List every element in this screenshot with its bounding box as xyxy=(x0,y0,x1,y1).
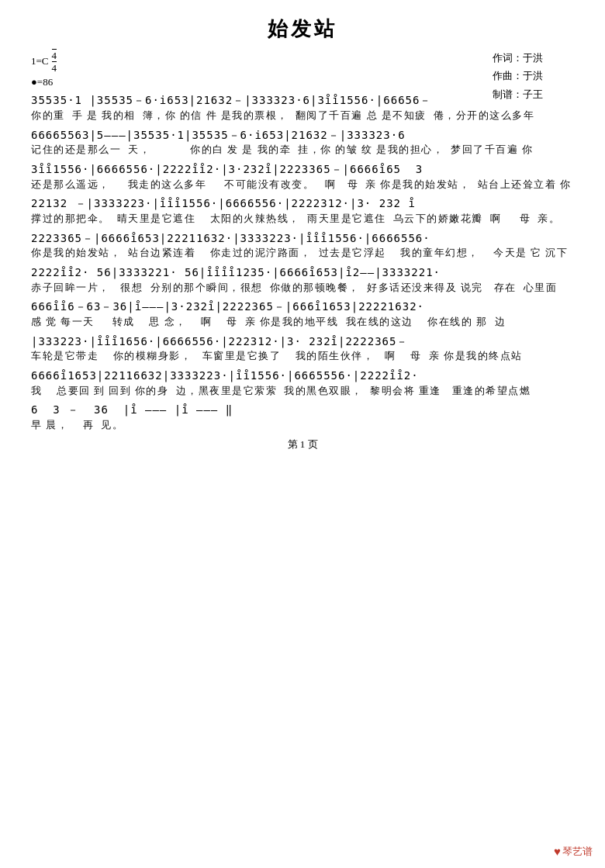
lyrics-by: 作词：于洪 xyxy=(493,49,543,67)
lyric-line-2: 记住的还是那么一 天， 你的白 发 是 我的牵 挂，你 的皱 纹 是我的担心， … xyxy=(31,143,574,157)
arranged-by: 制谱：子王 xyxy=(493,85,543,103)
song-meta-right: 作词：于洪 作曲：于洪 制谱：子王 xyxy=(493,49,543,103)
music-content: 35535·1 |35535－6·i653|21632－|333323·6|3i… xyxy=(31,93,574,432)
brand-name: 琴艺谱 xyxy=(562,845,593,859)
lyric-line-4: 撑过的那把伞。 晴天里是它遮住 太阳的火辣热线， 雨天里是它遮住 乌云下的娇嫩花… xyxy=(31,212,574,227)
page-footer: 第 1 页 xyxy=(31,437,574,451)
notation-line-2: 66665563|5———|35535·1|35535－6·i653|21632… xyxy=(31,128,574,144)
time-signature: 4 4 xyxy=(52,49,57,74)
music-row-3: 3i̊i̊1556·|6666556·|2222i̊i̊2·|3·232i̊|2… xyxy=(31,162,574,192)
lyric-line-1: 你的重 手 是 我的相 簿，你 的信 件 是我的票根， 翻阅了千百遍 总 是不知… xyxy=(31,109,574,123)
music-row-10: 6 3 － 36 |i̊ ——— |i̊ ——— ‖早 晨， 再 见。 xyxy=(31,403,574,432)
music-row-5: 2223365－|6666i̊653|22211632·|3333223·|i̊… xyxy=(31,231,574,261)
notation-line-9: 6666i̊1653|22116632|3333223·|i̊i̊1556·|6… xyxy=(31,368,574,384)
sheet-music-page: 始发站 1=C 4 4 ●=86 作词：于洪 作曲：于洪 制谱：子王 35535… xyxy=(31,16,574,451)
lyric-line-3: 还是那么遥远， 我走的这么多年 不可能没有改变。 啊 母 亲 你是我的始发站， … xyxy=(31,178,574,192)
notation-line-8: |333223·|i̊i̊i̊1656·|6666556·|222312·|3·… xyxy=(31,334,574,350)
brand-logo: ♥ 琴艺谱 xyxy=(554,845,593,859)
music-row-6: 2222i̊i̊2· 56|3333221· 56|i̊i̊i̊i̊1235·|… xyxy=(31,265,574,295)
notation-line-7: 666i̊i̊6－63－36|i̊———|3·232i̊|2222365－|66… xyxy=(31,299,574,315)
notation-line-3: 3i̊i̊1556·|6666556·|2222i̊i̊2·|3·232i̊|2… xyxy=(31,162,574,178)
song-title: 始发站 xyxy=(31,16,574,43)
lyric-line-6: 赤子回眸一片， 很想 分别的那个瞬间，很想 你做的那顿晚餐， 好多话还没来得及 … xyxy=(31,281,574,296)
notation-line-5: 2223365－|6666i̊653|22211632·|3333223·|i̊… xyxy=(31,231,574,247)
lyric-line-8: 车轮是它带走 你的模糊身影， 车窗里是它换了 我的陌生伙伴， 啊 母 亲 你是我… xyxy=(31,349,574,364)
lyric-line-10: 早 晨， 再 见。 xyxy=(31,418,574,433)
notation-line-6: 2222i̊i̊2· 56|3333221· 56|i̊i̊i̊i̊1235·|… xyxy=(31,265,574,281)
tempo-label: ●=86 xyxy=(31,74,57,91)
key-label: 1=C xyxy=(31,54,49,70)
song-meta-left: 1=C 4 4 ●=86 xyxy=(31,49,57,90)
music-row-4: 22132 －|3333223·|i̊i̊i̊1556·|6666556·|22… xyxy=(31,196,574,226)
music-by: 作曲：于洪 xyxy=(493,67,543,85)
lyric-line-5: 你是我的始发站， 站台边紧连着 你走过的泥泞路面， 过去是它浮起 我的童年幻想，… xyxy=(31,246,574,261)
music-row-2: 66665563|5———|35535·1|35535－6·i653|21632… xyxy=(31,128,574,157)
music-row-8: |333223·|i̊i̊i̊1656·|6666556·|222312·|3·… xyxy=(31,334,574,364)
notation-line-4: 22132 －|3333223·|i̊i̊i̊1556·|6666556·|22… xyxy=(31,196,574,212)
music-row-9: 6666i̊1653|22116632|3333223·|i̊i̊1556·|6… xyxy=(31,368,574,398)
lyric-line-9: 我 总要回 到 回到 你的身 边，黑夜里是它萦萦 我的黑色双眼， 黎明会将 重逢… xyxy=(31,384,574,399)
lyric-line-7: 感 觉 每一天 转成 思 念， 啊 母 亲 你是我的地平线 我在线的这边 你在线… xyxy=(31,315,574,330)
heart-icon: ♥ xyxy=(554,846,561,859)
music-row-7: 666i̊i̊6－63－36|i̊———|3·232i̊|2222365－|66… xyxy=(31,299,574,329)
notation-line-10: 6 3 － 36 |i̊ ——— |i̊ ——— ‖ xyxy=(31,403,574,418)
key-time-sig: 1=C 4 4 xyxy=(31,49,57,74)
